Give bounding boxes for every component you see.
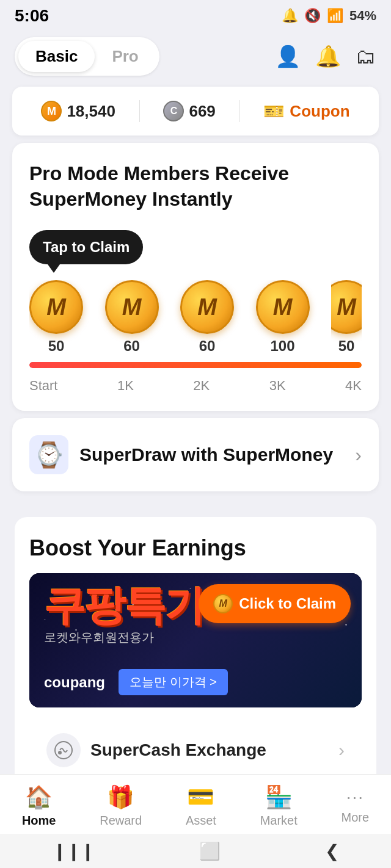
claim-label: Click to Claim — [239, 595, 336, 612]
status-time: 5:06 — [15, 6, 49, 26]
korean-main-text: 쿠팡특가 — [44, 584, 205, 626]
home-icon: 🏠 — [25, 784, 53, 810]
android-back-button[interactable]: ❮ — [325, 841, 339, 861]
market-icon: 🏪 — [265, 784, 293, 810]
exchange-chevron-icon: › — [338, 740, 345, 761]
promo-card: Pro Mode Members Receive SuperMoney Inst… — [12, 143, 379, 411]
c-points-display: C 669 — [163, 101, 215, 121]
milestone-5[interactable]: M 50 — [331, 280, 362, 355]
milestone-3[interactable]: M 60 — [180, 280, 234, 355]
progress-bar — [29, 362, 362, 368]
nav-item-asset[interactable]: 💳 Asset — [186, 784, 216, 828]
status-bar: 5:06 🔔 🔇 📶 54% — [0, 0, 391, 32]
boost-section: Boost Your Earnings — [0, 499, 391, 789]
battery-text: 54% — [349, 8, 376, 24]
claim-coin-icon: M — [213, 594, 233, 613]
c-points-value: 669 — [189, 102, 215, 121]
coupang-text: coupang — [44, 674, 105, 691]
tooltip-bubble[interactable]: Tap to Claim — [29, 230, 143, 264]
coins-row: M 50 M 60 M 60 M — [29, 280, 362, 355]
coupon-display[interactable]: 🎫 Coupon — [263, 101, 349, 121]
label-1k: 1K — [117, 378, 134, 394]
android-nav: ❙❙❙ ⬜ ❮ — [0, 834, 391, 868]
milestone-track: M 50 M 60 M 60 M — [29, 280, 362, 394]
korean-sub-text: 로켓와우회원전용가 — [44, 629, 205, 646]
mute-icon: 🔇 — [304, 8, 321, 24]
bell-icon[interactable]: 🔔 — [315, 44, 341, 68]
wallet-icon[interactable]: 🗂 — [356, 45, 376, 68]
label-3k: 3K — [269, 378, 286, 394]
superdraw-label: SuperDraw with SuperMoney — [79, 444, 333, 465]
home-label: Home — [22, 814, 56, 828]
coin-4: M — [256, 280, 310, 334]
coin-3: M — [180, 280, 234, 334]
status-icons: 🔔 🔇 📶 54% — [282, 8, 376, 24]
coin-value-5: 50 — [338, 338, 355, 355]
more-icon: ··· — [346, 787, 364, 807]
c-cash-icon: C — [163, 101, 184, 121]
reward-label: Reward — [100, 814, 142, 828]
coin-1: M — [29, 280, 83, 334]
m-points-display: M 18,540 — [41, 101, 115, 121]
market-label: Market — [260, 814, 298, 828]
milestone-2[interactable]: M 60 — [105, 280, 159, 355]
m-points-value: 18,540 — [67, 102, 115, 121]
superdraw-card[interactable]: ⌚ SuperDraw with SuperMoney › — [12, 418, 379, 491]
exchange-label: SuperCash Exchange — [90, 740, 266, 760]
reward-icon: 🎁 — [107, 784, 134, 810]
superdraw-left: ⌚ SuperDraw with SuperMoney — [29, 435, 333, 474]
coin-2: M — [105, 280, 159, 334]
coupang-price-button[interactable]: 오늘만 이가격 > — [119, 669, 228, 695]
nav-item-more[interactable]: ··· More — [342, 787, 370, 825]
pro-mode-button[interactable]: Pro — [95, 41, 155, 72]
divider-1 — [139, 100, 140, 122]
mode-toggle[interactable]: Basic Pro — [15, 37, 159, 76]
milestone-1[interactable]: M 50 — [29, 280, 83, 355]
nav-item-home[interactable]: 🏠 Home — [22, 784, 56, 828]
asset-label: Asset — [186, 814, 216, 828]
promo-title: Pro Mode Members Receive SuperMoney Inst… — [29, 161, 362, 212]
basic-mode-button[interactable]: Basic — [18, 41, 95, 72]
coin-value-2: 60 — [123, 338, 140, 355]
label-start: Start — [29, 378, 57, 394]
progress-bar-fill — [29, 362, 362, 368]
coupang-brand: coupang 오늘만 이가격 > — [44, 669, 228, 695]
asset-icon: 💳 — [187, 784, 214, 810]
exchange-left: SuperCash Exchange — [46, 733, 266, 767]
coin-value-4: 100 — [270, 338, 294, 355]
coin-value-3: 60 — [199, 338, 216, 355]
boost-inner: Boost Your Earnings — [15, 517, 376, 783]
coin-5: M — [331, 280, 362, 334]
click-to-claim-button[interactable]: M Click to Claim — [199, 584, 351, 623]
exchange-icon — [46, 733, 81, 767]
more-label: More — [342, 811, 370, 825]
alarm-icon: 🔔 — [282, 8, 298, 24]
milestone-4[interactable]: M 100 — [256, 280, 310, 355]
top-nav: Basic Pro 👤 🔔 🗂 — [0, 32, 391, 81]
coupon-label: Coupon — [290, 102, 349, 121]
exchange-row[interactable]: SuperCash Exchange › — [29, 717, 362, 783]
m-coin-icon: M — [41, 101, 62, 121]
nav-icons: 👤 🔔 🗂 — [275, 44, 376, 68]
balance-bar: M 18,540 C 669 🎫 Coupon — [12, 87, 379, 136]
coin-value-1: 50 — [48, 338, 65, 355]
divider-2 — [239, 100, 240, 122]
boost-title: Boost Your Earnings — [29, 535, 362, 561]
svg-point-13 — [58, 751, 62, 754]
nav-item-market[interactable]: 🏪 Market — [260, 784, 298, 828]
superdraw-chevron-icon: › — [355, 444, 362, 466]
label-4k: 4K — [345, 378, 362, 394]
coupon-icon: 🎫 — [263, 101, 285, 121]
android-recent-button[interactable]: ❙❙❙ — [53, 841, 95, 861]
wifi-icon: 📶 — [327, 8, 343, 24]
milestones-labels: Start 1K 2K 3K 4K — [29, 378, 362, 394]
tooltip-wrap[interactable]: Tap to Claim — [29, 230, 143, 264]
svg-point-11 — [345, 624, 347, 626]
bottom-nav: 🏠 Home 🎁 Reward 💳 Asset 🏪 Market ··· Mor… — [0, 774, 391, 834]
label-2k: 2K — [193, 378, 210, 394]
watch-icon: ⌚ — [29, 435, 68, 474]
nav-item-reward[interactable]: 🎁 Reward — [100, 784, 142, 828]
profile-icon[interactable]: 👤 — [275, 44, 301, 68]
coupang-banner[interactable]: 쿠팡특가 로켓와우회원전용가 coupang 오늘만 이가격 > M Click… — [29, 573, 362, 707]
android-home-button[interactable]: ⬜ — [199, 841, 221, 861]
